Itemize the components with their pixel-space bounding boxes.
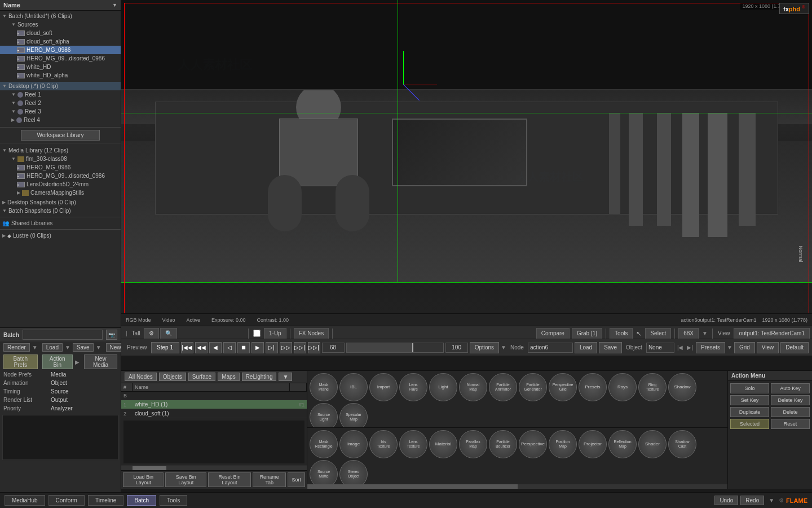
prev-frame-btn[interactable]: ◀◀ bbox=[195, 342, 208, 353]
new-media-btn[interactable]: New Media bbox=[84, 354, 117, 369]
action-bin-btn[interactable]: Action Bin bbox=[42, 354, 73, 369]
playback-view-btn[interactable]: View bbox=[757, 342, 779, 353]
objects-tab[interactable]: Objects bbox=[159, 373, 186, 381]
workspace-library-btn[interactable]: Workspace Library bbox=[21, 130, 100, 141]
node-ibl[interactable]: IBL bbox=[339, 373, 368, 401]
reel-4[interactable]: ▶ Reel 4 bbox=[0, 116, 121, 124]
duplicate-btn[interactable]: Duplicate bbox=[730, 407, 769, 417]
default-btn[interactable]: Default bbox=[780, 342, 809, 353]
desktop-section-title[interactable]: ▼ Desktop (.*) (0 Clip) bbox=[0, 82, 121, 90]
media-hero-distorted[interactable]: ▪ HERO_MG_09...disorted_0986 bbox=[0, 172, 121, 180]
settings-btn[interactable]: ⚙ bbox=[144, 328, 159, 339]
oneup-check[interactable] bbox=[253, 330, 261, 337]
load-bin-layout-btn[interactable]: Load Bin Layout bbox=[123, 472, 164, 487]
node-normal-map[interactable]: NormalMap bbox=[459, 373, 487, 401]
play-load-btn[interactable]: Load bbox=[575, 342, 597, 353]
footer-tab-batch[interactable]: Batch bbox=[127, 495, 156, 506]
sort-btn[interactable]: Sort bbox=[288, 472, 305, 487]
grid-btn[interactable]: Grid bbox=[734, 342, 755, 353]
source-hero-mg[interactable]: ▪ HERO_MG_0986 bbox=[0, 46, 121, 54]
compare-btn[interactable]: Compare bbox=[536, 328, 570, 339]
play-save-btn[interactable]: Save bbox=[599, 342, 622, 353]
footer-tab-conform[interactable]: Conform bbox=[48, 495, 85, 506]
step1-btn[interactable]: Step 1 bbox=[151, 342, 179, 353]
save-btn[interactable]: Save bbox=[73, 343, 94, 352]
node-lens-texture[interactable]: LensTexture bbox=[399, 430, 427, 458]
node-shadow[interactable]: Shadow bbox=[668, 373, 696, 401]
source-white-hd[interactable]: ▪ white_HD bbox=[0, 63, 121, 71]
node-lens-flare[interactable]: LensFlare bbox=[399, 373, 427, 401]
node-parallax-map[interactable]: ParallaxMap bbox=[459, 430, 487, 458]
grab-btn[interactable]: Grab [1] bbox=[572, 328, 602, 339]
batch-section-title[interactable]: ▼ Batch (Untitled*) (6 Clips) bbox=[0, 12, 121, 20]
sources-section[interactable]: ▼ Sources bbox=[0, 20, 121, 29]
media-lens-distortion[interactable]: ▪ LensDistortion5D_24mm bbox=[0, 180, 121, 189]
node-presets[interactable]: Presets bbox=[579, 373, 607, 401]
node-projector[interactable]: Projector bbox=[579, 430, 607, 458]
frame-input[interactable] bbox=[322, 343, 345, 353]
object-input[interactable] bbox=[646, 343, 674, 353]
skip-start-btn[interactable]: |◀◀ bbox=[181, 342, 193, 353]
node-material[interactable]: Material bbox=[429, 430, 457, 458]
bin-row-1[interactable]: 1 white_HD (1) #1 bbox=[121, 400, 307, 409]
footer-tab-tools[interactable]: Tools bbox=[160, 495, 187, 506]
node-shadow-cast[interactable]: ShadowCast bbox=[668, 430, 696, 458]
node-shader[interactable]: Shader bbox=[638, 430, 667, 458]
select-btn[interactable]: Select bbox=[645, 328, 671, 339]
search-btn[interactable]: 🔍 bbox=[160, 328, 177, 339]
bin-scrollbar[interactable] bbox=[121, 466, 307, 470]
reel-1[interactable]: ▼ Reel 1 bbox=[0, 90, 121, 99]
node-particle-bouncer[interactable]: ParticleBouncer bbox=[489, 430, 517, 458]
batch-snapshots[interactable]: ▼ Batch Snapshots (0 Clip) bbox=[0, 207, 121, 215]
footer-tab-mediahub[interactable]: MediaHub bbox=[5, 495, 45, 506]
viewport[interactable]: 人人素材社区 人人素材社区 人人素材社区 1920 x 1080 (1.778)… bbox=[121, 0, 812, 327]
oneup-btn[interactable]: 1-Up bbox=[264, 328, 286, 339]
render-btn[interactable]: Render bbox=[3, 343, 30, 352]
node-stereo-object[interactable]: StereoObject bbox=[339, 460, 368, 484]
media-library-title[interactable]: ▼ Media Library (12 Clips) bbox=[0, 146, 121, 155]
reel-2[interactable]: ▼ Reel 2 bbox=[0, 99, 121, 107]
bin-row-2[interactable]: 2 cloud_soft (1) bbox=[121, 409, 307, 418]
save-bin-layout-btn[interactable]: Save Bin Layout bbox=[165, 472, 206, 487]
tools-btn[interactable]: Tools bbox=[610, 328, 633, 339]
batch-name-input[interactable] bbox=[23, 330, 103, 340]
node-mask-plane[interactable]: MaskPlane bbox=[310, 373, 338, 401]
batch-prefs-btn[interactable]: Batch Prefs bbox=[3, 354, 38, 369]
node-specular-map[interactable]: SpecularMap bbox=[339, 403, 368, 427]
all-nodes-tab[interactable]: All Nodes bbox=[125, 373, 157, 381]
surface-tab[interactable]: Surface bbox=[188, 373, 215, 381]
shared-libraries[interactable]: 👥 Shared Libraries bbox=[0, 219, 121, 227]
source-hero-mg-distorted[interactable]: ▪ HERO_MG_09...disorted_0986 bbox=[0, 54, 121, 63]
solo-btn[interactable]: Solo bbox=[730, 383, 769, 393]
node-ring-texture[interactable]: RingTexture bbox=[638, 373, 667, 401]
node-source-matte[interactable]: SourceMatte bbox=[310, 460, 338, 484]
undo-btn[interactable]: Undo bbox=[714, 496, 738, 505]
output-btn[interactable]: output1: TestRenderCam1 bbox=[734, 328, 810, 339]
node-import[interactable]: Import bbox=[369, 373, 398, 401]
next-frame-btn[interactable]: ▷▷ bbox=[280, 342, 292, 353]
relighting-tab[interactable]: ReLighting bbox=[242, 373, 277, 381]
media-camera-mapping[interactable]: ▶ CameraMappingStills bbox=[0, 189, 121, 197]
selected-btn[interactable]: Selected bbox=[730, 419, 769, 429]
maps-tab[interactable]: Maps bbox=[218, 373, 239, 381]
obj-nav-2[interactable]: ▶| bbox=[686, 344, 694, 351]
presets-btn[interactable]: Presets bbox=[696, 342, 725, 353]
source-white-hd-alpha[interactable]: ▪ white_HD_alpha bbox=[0, 71, 121, 80]
auto-key-btn[interactable]: Auto Key bbox=[771, 383, 810, 393]
desktop-snapshots[interactable]: ▶ Desktop Snapshots (0 Clip) bbox=[0, 198, 121, 207]
end-frame-input[interactable] bbox=[445, 343, 468, 353]
reset-bin-layout-btn[interactable]: Reset Bin Layout bbox=[208, 472, 251, 487]
redo-btn[interactable]: Redo bbox=[740, 496, 764, 505]
delete-key-btn[interactable]: Delete Key bbox=[771, 395, 810, 405]
fx-nodes-btn[interactable]: FX Nodes bbox=[294, 328, 329, 339]
footer-tab-timeline[interactable]: Timeline bbox=[88, 495, 123, 506]
node-perspective-grid[interactable]: PerspectiveGrid bbox=[549, 373, 577, 401]
media-hero[interactable]: ▪ HERO_MG_0986 bbox=[0, 163, 121, 172]
zoom-btn[interactable]: 68X bbox=[678, 328, 699, 339]
node-perspective[interactable]: Perspective bbox=[519, 430, 547, 458]
source-cloud-soft[interactable]: ▪ cloud_soft bbox=[0, 29, 121, 37]
timeline-scrub[interactable] bbox=[346, 343, 444, 353]
node-position-map[interactable]: PositionMap bbox=[549, 430, 577, 458]
stop-btn[interactable]: ⏹ bbox=[237, 342, 250, 353]
next-1-btn[interactable]: ▷| bbox=[266, 342, 278, 353]
